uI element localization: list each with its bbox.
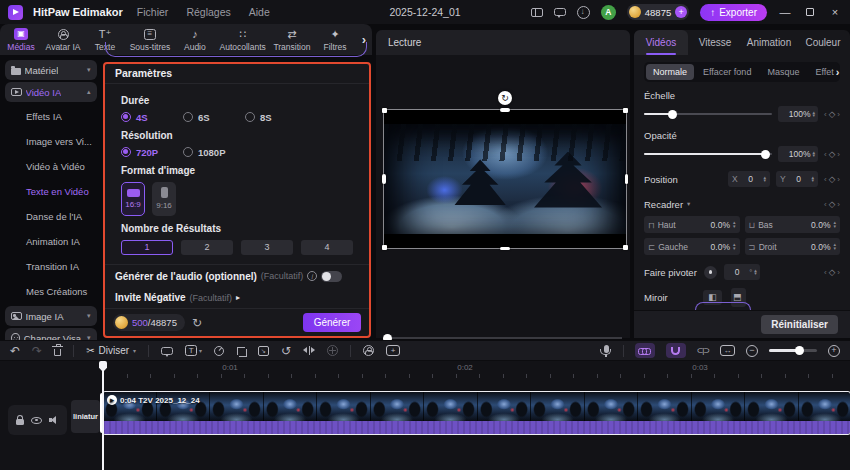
resize-handle-n[interactable] <box>500 108 510 112</box>
opacity-value-box[interactable]: 100%▴▾ <box>778 146 818 162</box>
resize-handle-nw[interactable] <box>382 108 387 113</box>
resize-handle-s[interactable] <box>500 247 510 251</box>
crop-right-field[interactable]: ⊐Droit0.0%▴▾ <box>745 238 841 255</box>
zoom-out-button[interactable]: − <box>746 345 758 357</box>
results-3-button[interactable]: 3 <box>241 240 293 255</box>
tracking-tool-icon[interactable] <box>327 345 338 356</box>
crop-bottom-field[interactable]: ⊔Bas0.0%▴▾ <box>745 216 841 233</box>
crop-keyframe-controls[interactable]: ‹◇› <box>824 199 840 209</box>
mirror-clip-icon[interactable]: ⊂|⊃ <box>697 347 709 355</box>
rotate-value-box[interactable]: 0°▴▾ <box>724 264 760 280</box>
undo-button[interactable]: ↶ <box>10 345 20 357</box>
crop-label[interactable]: Recadrer <box>644 199 683 210</box>
lock-track-icon[interactable] <box>16 419 24 425</box>
crop-tool-icon[interactable] <box>236 346 246 356</box>
sidebar-item-texte-en-video[interactable]: Texte en Vidéo <box>0 179 101 204</box>
resize-handle-ne[interactable] <box>623 108 628 113</box>
preview-stage[interactable]: ↻ 00:00:00 / 00:07:00 <box>376 55 630 338</box>
history-tool-icon[interactable]: ↺ <box>281 345 291 357</box>
zoom-in-button[interactable]: + <box>828 345 840 357</box>
magnet-snap-button[interactable] <box>666 343 686 358</box>
playhead-line[interactable] <box>102 369 104 470</box>
radio-4s[interactable]: 4S <box>121 112 183 123</box>
sidebar-item-video-a-video[interactable]: Vidéo à Vidéo <box>0 154 101 179</box>
track-tag[interactable]: liniatur <box>71 400 100 433</box>
subtabs-more-chevron[interactable]: › <box>836 66 840 78</box>
results-4-button[interactable]: 4 <box>301 240 353 255</box>
tab-couleur[interactable]: Couleur <box>796 30 850 55</box>
crop-left-field[interactable]: ⊏Gauche0.0%▴▾ <box>644 238 740 255</box>
text-tool-button[interactable]: T▾ <box>185 345 202 356</box>
speed-tool-icon[interactable] <box>214 346 224 356</box>
video-clip[interactable]: ▶ 0:04 T2V 2025_12_24 <box>103 392 850 434</box>
subtab-effet[interactable]: Effet <box>808 64 833 80</box>
toggle-visibility-icon[interactable] <box>31 417 42 424</box>
zoom-tool-icon[interactable]: + <box>386 345 400 356</box>
prompt-input-partial[interactable] <box>105 42 367 57</box>
sidebar-item-mes-creations[interactable]: Mes Créations <box>0 279 101 304</box>
sidebar-item-effets-ia[interactable]: Effets IA <box>0 104 101 129</box>
aspect-9-16-button[interactable]: 9:16 <box>152 182 176 216</box>
radio-6s[interactable]: 6S <box>183 112 245 123</box>
scale-slider[interactable] <box>644 113 772 116</box>
rotate-dial[interactable] <box>704 266 717 279</box>
subtab-masque[interactable]: Masque <box>760 64 806 80</box>
layout-panels-icon[interactable] <box>531 8 543 17</box>
tab-videos[interactable]: Vidéos <box>634 30 688 55</box>
user-avatar[interactable]: A <box>601 5 616 20</box>
sidebar-item-transition-ia[interactable]: Transition IA <box>0 254 101 279</box>
position-keyframe-controls[interactable]: ‹◇› <box>824 174 840 184</box>
sidebar-item-danse-ia[interactable]: Danse de l'IA <box>0 204 101 229</box>
resize-handle-se[interactable] <box>623 245 628 250</box>
maximize-button[interactable] <box>803 5 817 19</box>
position-x-box[interactable]: X0▴▾ <box>728 171 770 187</box>
download-icon[interactable] <box>577 6 590 19</box>
sidebar-item-image-vers-video[interactable]: Image vers Vi... <box>0 129 101 154</box>
menu-fichier[interactable]: Fichier <box>133 6 173 18</box>
mute-track-icon[interactable] <box>49 415 59 425</box>
redo-button[interactable]: ↷ <box>32 345 42 357</box>
reset-button[interactable]: Réinitialiser <box>761 315 838 334</box>
timeline-ruler[interactable]: 0:01 0:02 0:03 <box>103 361 850 378</box>
tab-animation[interactable]: Animation <box>742 30 796 55</box>
resize-handle-e[interactable] <box>625 174 629 184</box>
rotate-handle[interactable]: ↻ <box>498 91 512 105</box>
tab-medias[interactable]: ▣ Médias <box>4 28 38 52</box>
results-1-button[interactable]: 1 <box>121 240 173 255</box>
link-clips-button[interactable] <box>635 343 655 358</box>
resize-handle-w[interactable] <box>382 174 386 184</box>
export-button[interactable]: ↑ Exporter <box>700 4 767 21</box>
sidebar-item-animation-ia[interactable]: Animation IA <box>0 229 101 254</box>
menu-aide[interactable]: Aide <box>245 6 274 18</box>
sidebar-group-materiel[interactable]: Matériel ▾ <box>5 60 97 80</box>
tab-vitesse[interactable]: Vitesse <box>688 30 742 55</box>
rotate-keyframe-controls[interactable]: ‹◇› <box>824 267 840 277</box>
info-icon[interactable]: i <box>307 271 317 281</box>
tab-avatar-ia[interactable]: Avatar IA <box>46 28 81 52</box>
video-selection-box[interactable] <box>384 110 626 248</box>
resize-handle-sw[interactable] <box>382 245 387 250</box>
preview-seekbar[interactable] <box>384 337 622 339</box>
scale-keyframe-controls[interactable]: ‹◇› <box>824 109 840 119</box>
scale-value-box[interactable]: 100%▴▾ <box>778 106 818 122</box>
subtitle-tool-icon[interactable] <box>161 347 173 355</box>
position-y-box[interactable]: Y0▴▾ <box>776 171 818 187</box>
menu-reglages[interactable]: Réglages <box>182 6 234 18</box>
subtab-effacer-fond[interactable]: Effacer fond <box>696 64 758 80</box>
refresh-icon[interactable]: ↻ <box>192 316 202 330</box>
delete-icon[interactable] <box>54 349 61 356</box>
resize-tool-icon[interactable]: ↘ <box>258 346 269 356</box>
generate-button[interactable]: Générer <box>303 313 361 332</box>
credits-pill[interactable]: 48875 + <box>627 4 689 20</box>
microphone-icon[interactable] <box>604 345 609 353</box>
audio-toggle[interactable] <box>321 271 342 282</box>
sidebar-group-video-ia[interactable]: Vidéo IA ▴ <box>5 82 97 102</box>
opacity-keyframe-controls[interactable]: ‹◇› <box>824 149 840 159</box>
minimize-button[interactable]: — <box>778 5 792 19</box>
radio-1080p[interactable]: 1080P <box>183 147 245 158</box>
aspect-16-9-button[interactable]: 16:9 <box>121 182 145 216</box>
timeline-zoom-slider[interactable] <box>769 349 817 352</box>
add-credits-button[interactable]: + <box>675 6 687 18</box>
expand-arrow-icon[interactable]: ▸ <box>236 293 240 302</box>
opacity-slider[interactable] <box>644 153 772 156</box>
